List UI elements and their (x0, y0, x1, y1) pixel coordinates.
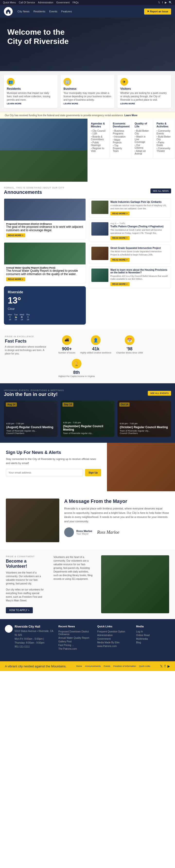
fast-facts-label: PRIDE IN EXCELLENCE (5, 335, 53, 338)
event-time-0: 6:00 pm - 7:00 pm (6, 422, 55, 425)
fact-num-3: 8th (58, 370, 95, 375)
card-link-business[interactable]: LEARN MORE (64, 102, 78, 105)
top-link-quickmenu[interactable]: Quick Menu (3, 1, 16, 4)
bottom-nav-home[interactable]: Home (76, 665, 82, 668)
signup-submit-button[interactable]: Sign Up (85, 469, 101, 476)
list-item[interactable]: Our Citizens (135, 144, 149, 149)
signup-email-input[interactable] (6, 469, 83, 476)
footer-quick-link[interactable]: www.Patrons.com (97, 644, 131, 648)
top-bar-social: 𝕏 f ▶ 🔍 (158, 1, 172, 4)
facebook-icon[interactable]: f (162, 1, 163, 4)
list-item[interactable]: Boards & Committees (91, 135, 106, 141)
weather-temperature: 13° (8, 296, 82, 306)
nav-item-events[interactable]: Events (49, 10, 57, 13)
list-item[interactable]: Parks Guide (156, 141, 171, 147)
bottom-social: 𝕏 f ▶ (160, 664, 170, 668)
card-link-visitors[interactable]: LEARN MORE (120, 102, 135, 105)
ann-side-card-4: Want to learn more about the Housing Pro… (89, 267, 171, 288)
logo-svg (6, 9, 11, 14)
bottom-twitter-icon[interactable]: 𝕏 (160, 664, 162, 668)
ann-card-btn-2[interactable]: READ MORE > (6, 277, 25, 281)
list-item[interactable]: Public Hearings (91, 141, 106, 147)
announcements-layout: Proposed Downtown District Ordinance The… (4, 198, 171, 324)
list-item[interactable]: Build Better City (156, 135, 171, 141)
bottom-nav-announcements[interactable]: Announcements (85, 665, 101, 668)
footer-media-item[interactable]: Multimedia (136, 637, 170, 641)
ann-side-btn-2[interactable]: READ MORE > (110, 236, 129, 240)
youtube-icon[interactable]: ▶ (165, 1, 167, 4)
bottom-nav-events[interactable]: Events (104, 665, 110, 668)
fact-label-0: Number of issues (58, 351, 75, 354)
weather-forecast: Mon ☀ 18 Tue ⛅ 16 Wed 🌧 14 (8, 313, 82, 321)
fact-item-3: 🏆 8th Highest Per Capita Income in Virgi… (58, 359, 95, 377)
ann-side-btn-4[interactable]: READ MORE > (110, 282, 129, 286)
see-all-events-button[interactable]: SEE ALL EVENTS (148, 391, 171, 396)
ann-card-desc-1: The goal of the proposed ordinance is to… (6, 225, 83, 232)
event-card-inner-2: Oct 14 6:00 pm - 7:00 pm (October) Regul… (117, 401, 171, 437)
footer-news-item[interactable]: Gallery Post (58, 640, 92, 643)
see-all-news-button[interactable]: SEE ALL NEWS (150, 188, 171, 193)
footer-media-item[interactable]: Log In (136, 630, 170, 633)
footer-quick-link[interactable]: Frequent Question Option (97, 630, 131, 633)
ann-side-btn-1[interactable]: READ MORE > (110, 212, 129, 215)
mayor-avatar (64, 527, 74, 537)
footer-news-item[interactable]: Annual Water Quality Report (58, 636, 92, 640)
search-icon[interactable]: 🔍 (169, 1, 172, 4)
events-header: UPCOMING EVENTS, EXHIBITIONS & MEETINGS … (4, 389, 171, 397)
weather-day-label: Thu (26, 313, 30, 316)
card-link-residents[interactable]: LEARN MORE (7, 102, 22, 105)
bottom-nav-quicklinks[interactable]: Quick Links (139, 665, 150, 668)
list-item[interactable]: Innovation (113, 135, 128, 138)
list-item[interactable]: Build Better City (135, 129, 149, 135)
footer-news-item[interactable]: Proposed Downtown District Ordinance (58, 630, 92, 636)
nav-item-features[interactable]: Features (61, 10, 72, 13)
event-overlay-1: 4:00 pm - 7:00 pm (September) Regular Co… (60, 401, 114, 437)
list-item[interactable]: Business Programs (113, 129, 128, 135)
list-item[interactable]: Major Projects (113, 138, 128, 144)
announcements-header: FORMAL, THIS IS SOMETHING ABOUT OUR CITY… (4, 187, 171, 195)
report-issue-button[interactable]: ⚑ Report an Issue (144, 8, 171, 14)
footer-quick-link[interactable]: Media Made By Elim (97, 641, 131, 644)
fast-facts-inner: PRIDE IN EXCELLENCE Fast Facts A vibrant… (5, 335, 170, 377)
service-card-business: 🏢 Business Your municipality may require… (60, 75, 114, 108)
top-link-administration[interactable]: Administration (38, 1, 53, 4)
list-item[interactable]: Register to Vote (91, 147, 106, 153)
bottom-facebook-icon[interactable]: f (165, 664, 166, 668)
list-item[interactable]: City Council - 11th (91, 129, 106, 135)
list-item[interactable]: Community Events (156, 129, 171, 135)
twitter-icon[interactable]: 𝕏 (158, 1, 160, 4)
footer-media-item[interactable]: Online Read (136, 633, 170, 637)
list-item[interactable]: Community Theater (156, 147, 171, 153)
top-link-government[interactable]: Government (56, 1, 70, 4)
ann-card-btn-1[interactable]: READ MORE > (6, 234, 25, 237)
alert-link[interactable]: Learn More (124, 114, 137, 117)
top-link-faqs[interactable]: FAQs (72, 1, 78, 4)
bottom-nav-foi[interactable]: Freedom of Information (113, 665, 136, 668)
nav-item-residents[interactable]: Residents (33, 10, 46, 13)
info-agendas-title: Agendas & Minutes (91, 122, 106, 128)
bottom-youtube-icon[interactable]: ▶ (168, 664, 170, 668)
volunteer-apply-button[interactable]: HOW TO APPLY > (6, 607, 33, 613)
list-item[interactable]: Adopt an Animal (135, 149, 149, 155)
footer-media-item[interactable]: Blog (136, 641, 170, 644)
fact-label-1: Highly skilled creative workforce (80, 351, 111, 354)
ann-side-btn-3[interactable]: READ MORE > (110, 258, 129, 262)
info-economic: Economic Development Business Programs I… (109, 119, 131, 159)
nav-item-citynews[interactable]: City News (18, 10, 30, 13)
volunteer-label: PRIDE & COMMITMENT (6, 555, 46, 558)
event-card-inner-0: Aug 14 6:00 pm - 7:00 pm (August) Regula… (4, 401, 58, 437)
list-item[interactable]: The Property Team (113, 144, 128, 153)
top-link-callofservice[interactable]: Call Of Service (19, 1, 35, 4)
list-item[interactable]: Watch in Live Coverage (135, 135, 149, 144)
footer-news-item[interactable]: Fast Pricing ... (58, 643, 92, 647)
mayor-image (6, 499, 59, 542)
footer-news-item[interactable]: The Patrons.com (58, 647, 92, 651)
ann-side-card-2: Aug 9 — Traffic Traffic Pattern Changes … (89, 220, 171, 242)
event-card-inner-1: Sep 14 4:00 pm - 7:00 pm (September) Reg… (60, 401, 114, 437)
footer-quick-link[interactable]: Government (97, 637, 131, 641)
card-desc-business: Your municipality may require you obtain… (64, 91, 111, 102)
fact-num-0: 900+ (58, 346, 75, 351)
footer-quick-link[interactable]: Administration (97, 633, 131, 637)
ann-side-text-2: Aug 9 — Traffic Traffic Pattern Changes … (110, 222, 169, 240)
weather-day-high: 18 (8, 318, 12, 321)
